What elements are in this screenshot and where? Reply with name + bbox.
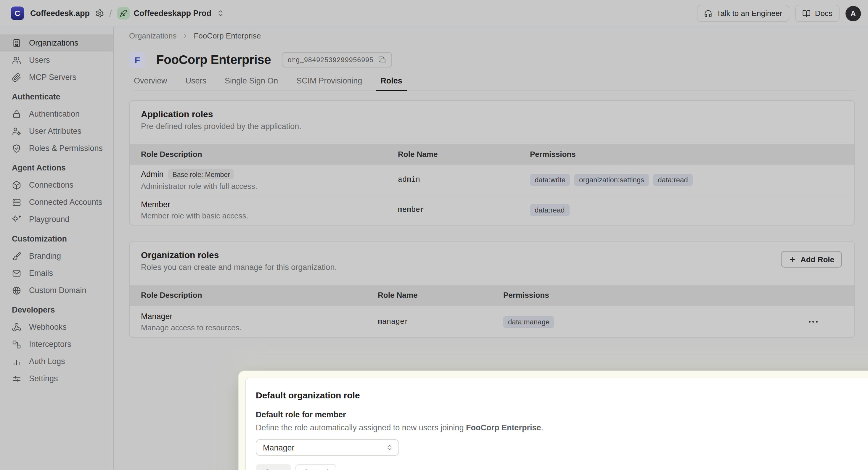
sidebar-item-emails[interactable]: Emails: [0, 264, 113, 282]
permission-badge: data:manage: [503, 316, 554, 327]
gear-icon[interactable]: [95, 9, 104, 18]
col-permissions: Permissions: [492, 291, 766, 300]
organization-roles-title: Organization roles: [141, 250, 843, 260]
sidebar-item-custom-domain[interactable]: Custom Domain: [0, 282, 113, 299]
application-roles-card: Application roles Pre-defined roles prov…: [129, 100, 855, 225]
org-avatar: F: [129, 52, 146, 68]
paintbrush-icon: [12, 251, 21, 261]
breadcrumb-organizations[interactable]: Organizations: [129, 31, 177, 40]
environment-switcher[interactable]: Coffeedeskapp Prod: [117, 7, 224, 20]
sidebar-item-mcp-servers[interactable]: MCP Servers: [0, 69, 113, 86]
talk-to-engineer-button[interactable]: Talk to an Engineer: [697, 5, 789, 22]
col-role-description: Role Description: [130, 150, 386, 159]
sidebar-item-auth-logs[interactable]: Auth Logs: [0, 353, 113, 370]
application-roles-subtitle: Pre-defined roles provided by the applic…: [141, 122, 843, 131]
sidebar-item-users[interactable]: Users: [0, 52, 113, 69]
app-logo[interactable]: C: [11, 6, 24, 20]
plus-icon: [789, 255, 796, 263]
add-role-button[interactable]: Add Role: [781, 251, 842, 268]
sidebar-item-user-attributes[interactable]: User Attributes: [0, 123, 113, 140]
col-role-description: Role Description: [130, 291, 367, 300]
sidebar-item-organizations[interactable]: Organizations: [0, 34, 113, 52]
org-header: F FooCorp Enterprise org_984925392999569…: [129, 52, 855, 68]
organization-roles-subtitle: Roles you can create and manage for this…: [141, 263, 843, 272]
sidebar-item-connections[interactable]: Connections: [0, 177, 113, 194]
sidebar-item-connected-accounts[interactable]: Connected Accounts: [0, 194, 113, 211]
col-role-name: Role Name: [367, 291, 492, 300]
sidebar-item-label: Authentication: [29, 109, 80, 118]
sidebar-item-roles-permissions[interactable]: Roles & Permissions: [0, 140, 113, 157]
tab-single-sign-on[interactable]: Single Sign On: [225, 76, 278, 91]
environment-name: Coffeedeskapp Prod: [133, 9, 211, 18]
sidebar-section-authenticate: Authenticate: [0, 88, 113, 105]
sidebar-item-label: Connected Accounts: [29, 198, 102, 207]
sidebar-item-label: Settings: [29, 374, 58, 383]
tab-overview[interactable]: Overview: [134, 76, 167, 91]
sidebar-item-label: Roles & Permissions: [29, 144, 103, 153]
table-row: Manager Manage access to resources. mana…: [130, 306, 855, 337]
default-role-title: Default organization role: [256, 390, 868, 400]
permission-badge: data:write: [530, 174, 570, 186]
org-id: org_98492539299956995: [287, 56, 373, 64]
table-row: Member Member role with basic access. me…: [130, 195, 855, 225]
user-avatar[interactable]: A: [845, 6, 861, 21]
select-value: Manager: [263, 443, 294, 452]
default-role-select[interactable]: Manager: [256, 439, 399, 456]
talk-to-engineer-label: Talk to an Engineer: [716, 9, 782, 18]
chevrons-up-down-icon: [217, 9, 224, 17]
default-role-description: Define the role automatically assigned t…: [256, 423, 868, 432]
app-name: Coffeedesk.app: [30, 9, 90, 18]
sidebar-section-developers: Developers: [0, 301, 113, 318]
sidebar-item-interceptors[interactable]: Interceptors: [0, 336, 113, 353]
org-id-chip: org_98492539299956995: [282, 52, 392, 67]
server-icon: [12, 197, 21, 207]
nodes-icon: [12, 340, 21, 349]
bar-chart-icon: [12, 357, 21, 366]
lock-icon: [12, 109, 21, 119]
sidebar-item-label: Webhooks: [29, 323, 67, 332]
sidebar-item-label: MCP Servers: [29, 73, 76, 82]
sidebar-item-playground[interactable]: Playground: [0, 211, 113, 228]
cancel-button[interactable]: Cancel: [296, 464, 336, 470]
sidebar-item-branding[interactable]: Branding: [0, 247, 113, 264]
role-slug: manager: [367, 318, 492, 326]
permission-badge: organization:settings: [574, 174, 649, 186]
sidebar-item-settings[interactable]: Settings: [0, 370, 113, 387]
sliders-icon: [12, 374, 21, 383]
sidebar-item-label: Custom Domain: [29, 286, 87, 295]
organization-roles-card: Organization roles Roles you can create …: [129, 241, 855, 338]
docs-button[interactable]: Docs: [796, 5, 840, 22]
topbar: C Coffeedesk.app / Coffeedeskapp Prod Ta…: [0, 0, 868, 27]
sidebar-item-label: Users: [29, 56, 50, 65]
chevron-right-icon: [181, 32, 189, 39]
user-gear-icon: [12, 126, 21, 136]
permission-badge: data:read: [653, 174, 692, 186]
sidebar-item-label: Connections: [29, 181, 73, 189]
col-permissions: Permissions: [519, 150, 855, 159]
role-name: Manager: [141, 312, 173, 320]
globe-icon: [12, 286, 21, 295]
default-role-label: Default role for member: [256, 410, 868, 419]
role-description: Administrator role with full access.: [141, 182, 386, 191]
copy-icon[interactable]: [378, 56, 386, 64]
role-description: Member role with basic access.: [141, 211, 386, 220]
tab-roles[interactable]: Roles: [380, 76, 402, 91]
topbar-actions: Talk to an Engineer Docs A: [697, 5, 861, 22]
sidebar-item-label: Emails: [29, 269, 53, 278]
page-title: FooCorp Enterprise: [156, 53, 271, 67]
chevrons-up-down-icon: [386, 444, 393, 451]
save-button[interactable]: Save: [256, 464, 291, 470]
row-actions-menu[interactable]: [766, 321, 855, 323]
book-icon: [803, 9, 811, 18]
breadcrumb-current: FooCorp Enterprise: [194, 31, 261, 40]
tab-scim-provisioning[interactable]: SCIM Provisioning: [296, 76, 362, 91]
breadcrumb: Organizations FooCorp Enterprise: [129, 30, 855, 41]
sparkles-icon: [12, 215, 21, 224]
permission-badge: data:read: [530, 204, 569, 216]
tab-users[interactable]: Users: [186, 76, 207, 91]
sidebar-section-customization: Customization: [0, 230, 113, 247]
org-name-bold: FooCorp Enterprise: [466, 423, 541, 432]
sidebar-item-webhooks[interactable]: Webhooks: [0, 318, 113, 336]
sidebar-item-authentication[interactable]: Authentication: [0, 105, 113, 123]
sidebar-item-label: Branding: [29, 252, 61, 260]
